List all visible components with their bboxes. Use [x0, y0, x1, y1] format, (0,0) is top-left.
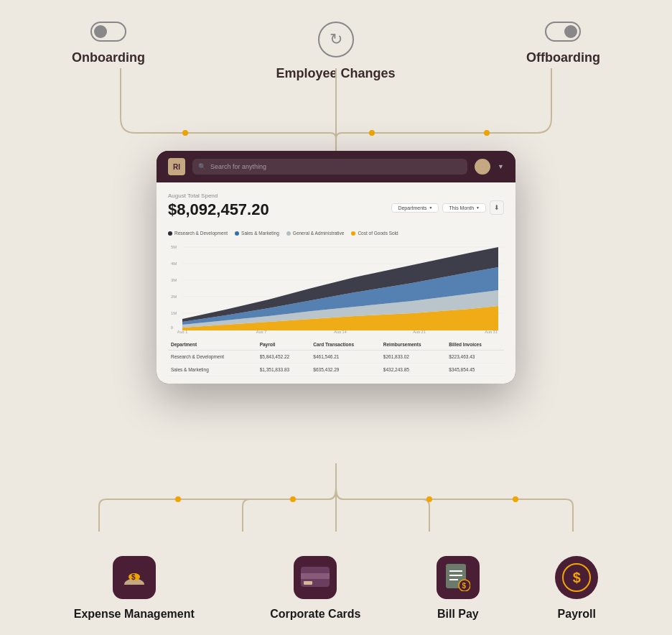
- employee-changes-label: Employee Changes: [276, 66, 395, 81]
- dashboard-card: RI 🔍 Search for anything ▼ August Total …: [157, 151, 515, 384]
- expense-management-icon: $: [113, 556, 156, 599]
- bill-pay-item: $ Bill Pay: [437, 556, 480, 621]
- corporate-cards-item: Corporate Cards: [270, 556, 360, 621]
- svg-text:Aug 21: Aug 21: [413, 330, 425, 333]
- spending-table: Department Payroll Card Transactions Rei…: [168, 339, 504, 376]
- departments-filter[interactable]: Departments: [391, 203, 439, 213]
- svg-text:4M: 4M: [171, 261, 177, 266]
- corporate-cards-label: Corporate Cards: [270, 608, 360, 621]
- bill-pay-icon: $: [437, 556, 480, 599]
- offboarding-item: Offboarding: [526, 22, 600, 65]
- avatar-chevron: ▼: [498, 163, 504, 170]
- svg-text:$: $: [131, 573, 136, 581]
- employee-changes-icon: ↻: [318, 22, 354, 57]
- payroll-item: $ Payroll: [555, 556, 598, 621]
- corporate-cards-icon: [294, 556, 337, 599]
- svg-text:Aug 14: Aug 14: [334, 330, 346, 333]
- onboarding-label: Onboarding: [72, 50, 145, 65]
- dashboard-topbar: RI 🔍 Search for anything ▼: [157, 151, 515, 182]
- svg-point-4: [290, 496, 296, 502]
- svg-text:Aug 7: Aug 7: [256, 330, 266, 333]
- dashboard-wrapper: RI 🔍 Search for anything ▼ August Total …: [157, 151, 515, 384]
- chart-legend: Research & Development Sales & Marketing…: [168, 231, 504, 236]
- onboarding-item: Onboarding: [72, 22, 145, 65]
- export-button[interactable]: ⬇: [490, 200, 504, 215]
- bottom-row: $ Expense Management Corporate Cards $ B…: [0, 556, 672, 621]
- svg-text:2M: 2M: [171, 295, 177, 299]
- table-row: Sales & Marketing$1,351,833.83$635,432.2…: [168, 363, 504, 376]
- total-amount: $8,092,457.20: [168, 200, 269, 219]
- col-reimbursements: Reimbursements: [381, 339, 447, 351]
- svg-point-0: [182, 130, 188, 136]
- expense-management-label: Expense Management: [74, 608, 195, 621]
- legend-dot-sm: [235, 231, 239, 236]
- col-payroll: Payroll: [257, 339, 311, 351]
- expense-management-item: $ Expense Management: [74, 556, 195, 621]
- svg-point-1: [369, 130, 375, 136]
- period-label: August Total Spend: [168, 193, 504, 199]
- area-chart: 5M 4M 3M 2M 1M 0: [168, 240, 504, 333]
- legend-rd: Research & Development: [168, 231, 228, 236]
- svg-text:Aug 31: Aug 31: [485, 330, 497, 333]
- col-billed-invoices: Billed Invoices: [446, 339, 504, 351]
- svg-text:$: $: [462, 582, 466, 590]
- legend-dot-cogs: [351, 231, 355, 236]
- payroll-label: Payroll: [558, 608, 596, 621]
- bill-pay-label: Bill Pay: [437, 608, 479, 621]
- onboarding-icon: [90, 22, 126, 42]
- payroll-icon: $: [555, 556, 598, 599]
- dashboard-logo: RI: [168, 158, 185, 175]
- svg-text:3M: 3M: [171, 278, 177, 282]
- top-row: Onboarding ↻ Employee Changes Offboardin…: [0, 0, 672, 81]
- svg-point-6: [513, 496, 518, 502]
- svg-text:0: 0: [171, 325, 174, 330]
- col-department: Department: [168, 339, 257, 351]
- svg-rect-27: [304, 581, 312, 585]
- legend-ga: General & Administrative: [286, 231, 345, 236]
- col-card-transactions: Card Transactions: [310, 339, 380, 351]
- svg-text:5M: 5M: [171, 245, 177, 249]
- offboarding-icon: [545, 22, 581, 42]
- employee-changes-item: ↻ Employee Changes: [276, 22, 395, 81]
- offboarding-label: Offboarding: [526, 50, 600, 65]
- svg-point-2: [484, 130, 490, 136]
- dashboard-content: August Total Spend $8,092,457.20 Departm…: [157, 182, 515, 384]
- legend-cogs: Cost of Goods Sold: [351, 231, 398, 236]
- svg-text:1M: 1M: [171, 311, 177, 315]
- legend-sm: Sales & Marketing: [235, 231, 279, 236]
- svg-point-5: [426, 496, 432, 502]
- legend-dot-ga: [286, 231, 291, 236]
- month-filter[interactable]: This Month: [442, 203, 486, 213]
- search-placeholder: Search for anything: [210, 163, 266, 170]
- dashboard-avatar: [475, 159, 490, 175]
- legend-dot-rd: [168, 231, 172, 236]
- table-row: Research & Development$5,843,452.22$461,…: [168, 351, 504, 363]
- svg-point-3: [175, 496, 181, 502]
- svg-rect-26: [301, 573, 330, 579]
- svg-text:Aug 1: Aug 1: [177, 330, 187, 333]
- dashboard-search[interactable]: 🔍 Search for anything: [192, 159, 467, 175]
